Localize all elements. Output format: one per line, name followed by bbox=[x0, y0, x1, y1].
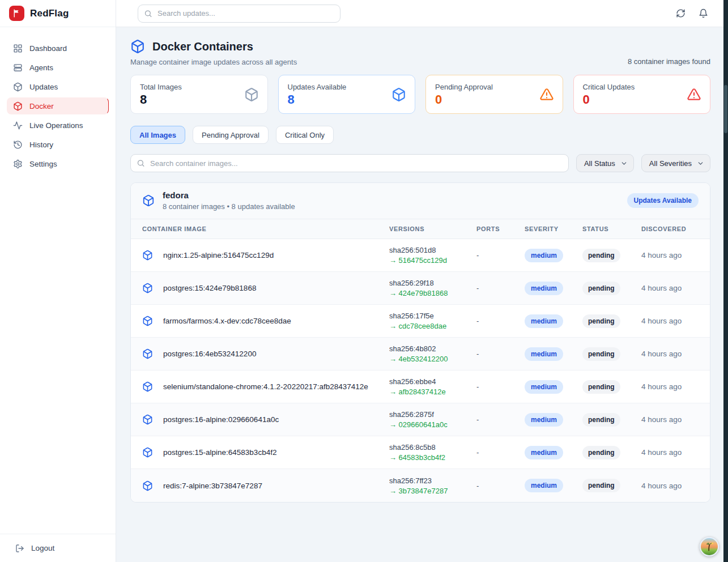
status-badge: pending bbox=[582, 314, 620, 328]
scrollbar-thumb[interactable] bbox=[724, 85, 727, 133]
table-row: redis:7-alpine:3b73847e7287 sha256:7ff23… bbox=[131, 469, 710, 502]
container-icon bbox=[142, 283, 153, 293]
result-count: 8 container images found bbox=[628, 57, 710, 66]
container-icon bbox=[142, 414, 153, 425]
current-version: sha256:501d8 bbox=[389, 246, 476, 254]
stat-value: 8 bbox=[288, 92, 406, 107]
image-name: nginx:1.25-alpine:516475cc129d bbox=[163, 251, 274, 259]
sidebar-item-updates[interactable]: Updates bbox=[7, 78, 109, 95]
search-icon bbox=[137, 159, 145, 168]
box-icon bbox=[13, 101, 23, 111]
page-title: Docker Containers bbox=[152, 40, 253, 53]
column-container-image: CONTAINER IMAGE bbox=[131, 225, 389, 232]
container-icon bbox=[142, 250, 153, 261]
stat-card: Critical Updates 0 bbox=[573, 75, 711, 114]
ports-value: - bbox=[476, 382, 525, 391]
stat-card: Pending Approval 0 bbox=[425, 75, 563, 114]
update-version: → 424e79b81868 bbox=[389, 289, 476, 297]
sidebar-item-dashboard[interactable]: Dashboard bbox=[7, 40, 109, 57]
stat-label: Total Images bbox=[140, 83, 258, 91]
ports-value: - bbox=[476, 251, 525, 259]
image-name: postgres:15:424e79b81868 bbox=[163, 284, 256, 292]
column-status: STATUS bbox=[582, 225, 641, 232]
container-icon bbox=[142, 480, 153, 491]
container-icon bbox=[142, 316, 153, 326]
group-meta: 8 container images • 8 updates available bbox=[163, 202, 295, 211]
topbar bbox=[116, 0, 728, 27]
global-search bbox=[138, 5, 340, 23]
current-version: sha256:7ff23 bbox=[389, 476, 476, 485]
sidebar-item-label: Live Operations bbox=[29, 121, 83, 130]
update-version: → 3b73847e7287 bbox=[389, 487, 476, 495]
stat-value: 0 bbox=[435, 92, 554, 107]
sidebar-item-settings[interactable]: Settings bbox=[7, 155, 109, 172]
stat-card: Updates Available 8 bbox=[278, 75, 416, 114]
content: Docker Containers Manage container image… bbox=[116, 27, 728, 562]
topbar-actions bbox=[676, 8, 708, 18]
images-table-card: fedora 8 container images • 8 updates av… bbox=[130, 182, 710, 503]
table-row: postgres:15-alpine:64583b3cb4f2 sha256:8… bbox=[131, 436, 710, 469]
image-search-input[interactable] bbox=[130, 154, 569, 172]
discovered-time: 4 hours ago bbox=[641, 350, 710, 358]
column-discovered: DISCOVERED bbox=[641, 225, 710, 232]
filter-tabs: All ImagesPending ApprovalCritical Only bbox=[130, 126, 710, 144]
sidebar-item-label: History bbox=[29, 140, 53, 149]
tab-pending-approval[interactable]: Pending Approval bbox=[193, 126, 269, 144]
status-select-value: All Status bbox=[584, 159, 615, 168]
tab-all-images[interactable]: All Images bbox=[130, 126, 185, 144]
table-body: nginx:1.25-alpine:516475cc129d sha256:50… bbox=[131, 239, 710, 502]
logout-button[interactable]: Logout bbox=[0, 534, 116, 562]
ports-value: - bbox=[476, 448, 525, 457]
status-select[interactable]: All Status bbox=[576, 154, 634, 172]
table-row: farmos/farmos:4.x-dev:cdc78cee8dae sha25… bbox=[131, 305, 710, 338]
ports-value: - bbox=[476, 350, 525, 358]
discovered-time: 4 hours ago bbox=[641, 482, 710, 490]
status-badge: pending bbox=[582, 479, 620, 492]
current-version: sha256:29f18 bbox=[389, 279, 476, 287]
tab-label: Pending Approval bbox=[202, 131, 259, 139]
discovered-time: 4 hours ago bbox=[641, 448, 710, 457]
page-scrollbar[interactable] bbox=[723, 0, 728, 562]
table-header: CONTAINER IMAGE VERSIONS PORTS SEVERITY … bbox=[131, 219, 710, 239]
image-name: postgres:15-alpine:64583b3cb4f2 bbox=[163, 448, 276, 457]
bell-icon[interactable] bbox=[699, 8, 708, 18]
settings-icon bbox=[13, 159, 23, 169]
image-name: farmos/farmos:4.x-dev:cdc78cee8dae bbox=[163, 317, 291, 325]
status-badge: pending bbox=[582, 413, 620, 427]
box-icon bbox=[244, 87, 259, 102]
sidebar-item-label: Docker bbox=[29, 102, 54, 110]
image-name: postgres:16-alpine:029660641a0c bbox=[163, 415, 279, 424]
page-head: Docker Containers Manage container image… bbox=[130, 39, 710, 66]
chevron-down-icon bbox=[697, 160, 704, 167]
sidebar-item-agents[interactable]: Agents bbox=[7, 59, 109, 76]
discovered-time: 4 hours ago bbox=[641, 382, 710, 391]
main-area: Docker Containers Manage container image… bbox=[116, 0, 728, 562]
refresh-icon[interactable] bbox=[676, 8, 686, 18]
severity-badge: medium bbox=[525, 380, 563, 394]
sidebar-item-label: Agents bbox=[29, 63, 53, 72]
discovered-time: 4 hours ago bbox=[641, 317, 710, 325]
current-version: sha256:8c5b8 bbox=[389, 443, 476, 452]
column-versions: VERSIONS bbox=[389, 225, 476, 232]
ports-value: - bbox=[476, 415, 525, 424]
severity-badge: medium bbox=[525, 249, 563, 262]
sidebar-item-history[interactable]: History bbox=[7, 136, 109, 153]
severity-badge: medium bbox=[525, 413, 563, 427]
update-version: → afb28437412e bbox=[389, 388, 476, 396]
sidebar-item-live-operations[interactable]: Live Operations bbox=[7, 117, 109, 134]
updates-available-badge: Updates Available bbox=[627, 193, 699, 208]
sidebar-item-label: Updates bbox=[29, 83, 58, 91]
status-badge: pending bbox=[582, 282, 620, 295]
table-row: postgres:16:4eb532412200 sha256:4b802 → … bbox=[131, 338, 710, 371]
alert-triangle-icon bbox=[687, 87, 701, 102]
sidebar-item-docker[interactable]: Docker bbox=[7, 97, 109, 114]
redflag-logo-icon bbox=[9, 6, 24, 21]
island-widget-icon[interactable] bbox=[700, 537, 719, 556]
current-version: sha256:4b802 bbox=[389, 344, 476, 353]
stats-cards: Total Images 8 Updates Available 8 Pendi… bbox=[130, 75, 710, 114]
stat-value: 8 bbox=[140, 92, 258, 107]
severity-select[interactable]: All Severities bbox=[641, 154, 710, 172]
severity-badge: medium bbox=[525, 314, 563, 328]
global-search-input[interactable] bbox=[138, 5, 340, 23]
tab-critical-only[interactable]: Critical Only bbox=[276, 126, 334, 144]
